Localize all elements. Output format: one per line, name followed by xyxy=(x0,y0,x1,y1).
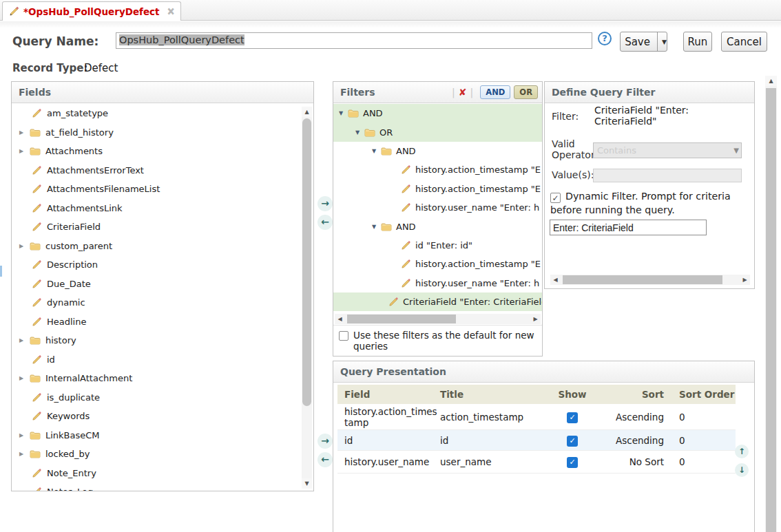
scrollbar-thumb[interactable] xyxy=(302,118,311,406)
expand-icon[interactable]: ▶ xyxy=(19,432,26,438)
field-item[interactable]: AttachmentsLink xyxy=(12,199,313,218)
default-filters-option[interactable]: Use these filters as the default for new… xyxy=(333,325,542,356)
page-scrollbar[interactable]: ▲ xyxy=(765,76,777,532)
table-row[interactable]: id id ✓ Ascending 0 xyxy=(337,430,736,451)
expand-icon[interactable]: ▶ xyxy=(19,148,26,154)
move-left-button[interactable]: ← xyxy=(317,215,333,230)
collapse-icon[interactable]: ▼ xyxy=(339,110,346,116)
move-right-button[interactable]: → xyxy=(317,196,333,211)
fields-scrollbar[interactable]: ▲ ▼ xyxy=(302,107,312,489)
filter-criterion-row[interactable]: id "Enter: id" xyxy=(333,236,542,255)
collapse-icon[interactable]: ▼ xyxy=(355,129,362,136)
filter-group-row[interactable]: ▼OR xyxy=(333,123,542,141)
scroll-up-icon[interactable]: ▲ xyxy=(302,107,312,117)
help-icon[interactable]: ? xyxy=(598,32,612,45)
expand-icon[interactable]: ▶ xyxy=(19,375,26,381)
field-item[interactable]: Keywords xyxy=(12,407,313,426)
filters-hscrollbar[interactable]: ◀ ▶ xyxy=(335,314,541,324)
cell-sort[interactable]: No Sort xyxy=(603,456,671,467)
fields-panel-title: Fields xyxy=(12,82,313,103)
field-item[interactable]: Note_Entry xyxy=(12,464,313,483)
dynamic-filter-option[interactable]: ✓Dynamic Filter. Prompt for criteria bef… xyxy=(550,189,753,217)
show-checkbox-checked[interactable]: ✓ xyxy=(567,436,578,447)
panel-collapse-handle[interactable] xyxy=(0,266,2,277)
field-item[interactable]: Headline xyxy=(12,312,313,332)
cell-sort-order[interactable]: 0 xyxy=(671,456,736,467)
expand-icon[interactable]: ▶ xyxy=(19,129,26,136)
show-checkbox-checked[interactable]: ✓ xyxy=(567,457,578,468)
prompt-text-input[interactable] xyxy=(550,220,707,235)
expand-icon[interactable]: ▶ xyxy=(19,243,26,249)
table-row[interactable]: history.action_timestamp action_timestam… xyxy=(337,404,736,430)
filter-criterion-row[interactable]: history.action_timestamp "E xyxy=(333,180,542,198)
field-folder-item[interactable]: ▶InternalAttachment xyxy=(12,369,313,388)
field-item[interactable]: dynamic xyxy=(12,293,313,312)
field-item[interactable]: AttachmentsFilenameList xyxy=(12,180,313,199)
scroll-left-icon[interactable]: ◀ xyxy=(550,275,561,285)
table-row[interactable]: history.user_name user_name ✓ No Sort 0 xyxy=(337,451,736,474)
field-folder-item[interactable]: ▶custom_parent xyxy=(12,237,313,256)
expand-icon[interactable]: ▶ xyxy=(19,337,26,343)
filter-criterion-row[interactable]: history.user_name "Enter: h xyxy=(333,274,542,292)
filter-criterion-row[interactable]: history.action_timestamp "E xyxy=(333,255,542,273)
save-button[interactable]: Save ▼ xyxy=(620,32,667,52)
scrollbar-thumb[interactable] xyxy=(563,275,722,284)
define-hscrollbar[interactable]: ◀ ▶ xyxy=(550,275,750,285)
move-down-button[interactable]: ↓ xyxy=(735,463,749,477)
show-checkbox-checked[interactable]: ✓ xyxy=(567,412,578,423)
add-or-button[interactable]: OR xyxy=(514,85,538,99)
pencil-icon xyxy=(32,108,42,118)
scrollbar-thumb[interactable] xyxy=(766,88,776,532)
field-folder-item[interactable]: ▶LinkBaseCM xyxy=(12,426,313,445)
filter-criterion-row[interactable]: history.user_name "Enter: h xyxy=(333,198,542,217)
cell-sort[interactable]: Ascending xyxy=(603,435,671,446)
cell-sort-order[interactable]: 0 xyxy=(671,412,736,423)
scroll-up-icon[interactable]: ▲ xyxy=(765,76,777,86)
cell-sort[interactable]: Ascending xyxy=(603,412,671,423)
field-item[interactable]: CriteriaField xyxy=(12,217,313,237)
filter-criterion-row[interactable]: history.action_timestamp "E xyxy=(333,160,542,179)
scroll-left-icon[interactable]: ◀ xyxy=(335,314,345,324)
delete-filter-icon[interactable]: ✘ xyxy=(459,87,467,98)
field-folder-item[interactable]: ▶locked_by xyxy=(12,445,313,464)
query-name-input[interactable]: OpsHub_PollQueryDefect xyxy=(116,32,592,49)
filter-group-row[interactable]: ▼AND xyxy=(333,217,542,235)
dynamic-filter-checkbox[interactable]: ✓ xyxy=(550,193,561,203)
cell-sort-order[interactable]: 0 xyxy=(671,435,736,446)
pencil-icon xyxy=(32,184,42,194)
save-dropdown-caret-icon[interactable]: ▼ xyxy=(657,32,671,51)
field-item[interactable]: is_duplicate xyxy=(12,388,313,407)
scroll-right-icon[interactable]: ▶ xyxy=(530,314,541,324)
field-folder-item[interactable]: ▶history xyxy=(12,331,313,350)
field-folder-item[interactable]: ▶at_field_history xyxy=(12,123,313,142)
move-up-button[interactable]: ↑ xyxy=(735,445,749,458)
field-item[interactable]: AttachmentsErrorText xyxy=(12,161,313,180)
scroll-right-icon[interactable]: ▶ xyxy=(740,275,750,285)
tab-query[interactable]: *OpsHub_PollQueryDefect ❌︎ xyxy=(2,1,181,21)
field-item[interactable]: Notes_Log xyxy=(12,482,313,491)
run-button[interactable]: Run xyxy=(683,32,712,52)
field-folder-item[interactable]: ▶Attachments xyxy=(12,142,313,161)
field-item[interactable]: Due_Date xyxy=(12,275,313,294)
close-icon[interactable]: ❌︎ xyxy=(168,7,174,17)
collapse-icon[interactable]: ▼ xyxy=(372,224,379,230)
field-item[interactable]: am_statetype xyxy=(12,104,313,123)
move-right-button[interactable]: → xyxy=(317,434,333,449)
expand-icon[interactable]: ▶ xyxy=(19,451,26,457)
add-and-button[interactable]: AND xyxy=(480,85,510,99)
collapse-icon[interactable]: ▼ xyxy=(372,148,379,154)
query-presentation-title: Query Presentation xyxy=(333,361,754,383)
filter-criterion-row-selected[interactable]: CriteriaField "Enter: CriteriaField" xyxy=(333,292,542,311)
cancel-button[interactable]: Cancel xyxy=(721,32,767,52)
field-item[interactable]: Description xyxy=(12,255,313,275)
define-panel-title: Define Query Filter xyxy=(545,82,754,103)
field-item[interactable]: id xyxy=(12,350,313,370)
default-filters-checkbox[interactable] xyxy=(339,331,348,341)
scrollbar-thumb[interactable] xyxy=(347,315,456,323)
filter-group-row[interactable]: ▼AND xyxy=(333,142,542,160)
scroll-down-icon[interactable]: ▼ xyxy=(302,478,312,489)
filter-group-row[interactable]: ▼AND xyxy=(333,104,542,123)
filters-panel: Filters | ✘ | AND OR ▼AND ▼OR ▼AND histo… xyxy=(333,81,543,357)
move-left-button[interactable]: ← xyxy=(317,452,333,467)
save-button-label[interactable]: Save xyxy=(616,36,657,48)
